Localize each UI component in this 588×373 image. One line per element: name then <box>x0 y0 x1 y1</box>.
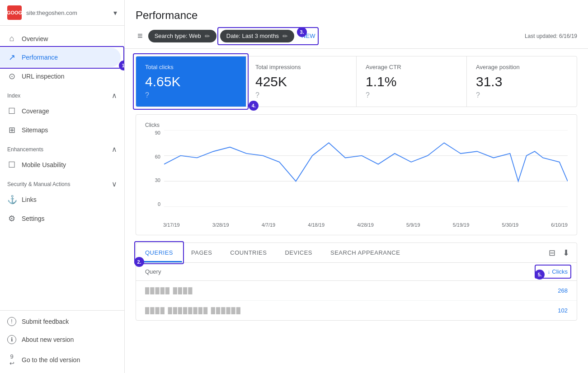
metric-help-ctr: ? <box>366 91 457 99</box>
performance-icon: ↗ <box>7 52 16 62</box>
metrics-row: Total clicks 4.65K ? Total impressions 4… <box>136 56 577 107</box>
logo-box: GOOG <box>7 5 22 20</box>
page-title: Performance <box>136 9 577 22</box>
logo-text: GOOG <box>7 10 22 15</box>
chart-svg <box>164 130 568 207</box>
main-content: Performance ≡ Search type: Web ✏ Date: L… <box>125 0 588 373</box>
x-label-1: 3/28/19 <box>212 222 229 228</box>
security-section: Security & Manual Actions ∨ <box>0 174 124 190</box>
home-icon: ⌂ <box>7 34 16 43</box>
x-label-7: 5/30/19 <box>502 222 518 228</box>
chart-y-label: Clicks <box>145 122 568 128</box>
main-header: Performance ≡ Search type: Web ✏ Date: L… <box>125 0 588 49</box>
sidebar-item-url-inspection[interactable]: ⊙ URL inspection <box>0 67 121 86</box>
sidebar-footer: ! Submit feedback ℹ About new version 9 … <box>0 310 124 373</box>
sidebar-item-coverage[interactable]: ☐ Coverage <box>0 102 121 121</box>
sidebar-item-settings[interactable]: ⚙ Settings <box>0 209 121 228</box>
x-label-6: 5/19/19 <box>453 222 470 228</box>
tab-pages[interactable]: PAGES <box>182 243 221 262</box>
date-chip[interactable]: Date: Last 3 months ✏ <box>220 30 294 42</box>
tab-devices-label: DEVICES <box>285 249 312 256</box>
download-icon[interactable]: ⬇ <box>561 246 571 260</box>
enhancements-section: Enhancements ∧ <box>0 140 124 155</box>
sidebar-item-links[interactable]: ⚓ Links <box>0 190 121 209</box>
metric-value-position: 31.3 <box>476 74 568 89</box>
toolbar: ≡ Search type: Web ✏ Date: Last 3 months… <box>136 29 577 48</box>
x-label-3: 4/18/19 <box>308 222 325 228</box>
metric-value-impressions: 425K <box>255 74 347 89</box>
x-label-5: 5/9/19 <box>406 222 420 228</box>
tab-queries[interactable]: QUERIES <box>136 243 182 262</box>
site-chevron-icon[interactable]: ▾ <box>113 9 117 17</box>
sidebar: GOOG site:thegoshen.com ▾ ⌂ Overview ↗ P… <box>0 0 125 373</box>
table-row[interactable]: █████ ████ 268 <box>136 281 577 301</box>
table-row[interactable]: ████ ████████ ██████ 102 <box>136 301 577 320</box>
table-header-clicks[interactable]: ↓ Clicks <box>547 268 568 275</box>
main-body: Total clicks 4.65K ? Total impressions 4… <box>125 49 588 373</box>
search-icon: ⊙ <box>7 71 16 81</box>
table-row-value-1: 102 <box>558 307 568 314</box>
sidebar-item-about[interactable]: ℹ About new version <box>0 331 124 349</box>
table-header-query: Query <box>145 268 547 275</box>
sidebar-label-old-version: Go to the old version <box>22 356 117 364</box>
new-button[interactable]: NEW <box>298 30 319 42</box>
tab-pages-label: PAGES <box>191 249 212 256</box>
x-label-0: 3/17/19 <box>163 222 180 228</box>
sidebar-label-mobile-usability: Mobile Usability <box>22 161 113 168</box>
sidebar-header[interactable]: GOOG site:thegoshen.com ▾ <box>0 0 124 26</box>
metric-help-clicks: ? <box>145 91 237 99</box>
sidebar-label-settings: Settings <box>22 215 113 222</box>
sidebar-item-overview[interactable]: ⌂ Overview <box>0 29 121 48</box>
chart-container: Clicks 90 60 30 0 <box>136 114 577 235</box>
sidebar-item-feedback[interactable]: ! Submit feedback <box>0 312 124 331</box>
sidebar-item-performance[interactable]: ↗ Performance 1. <box>0 48 121 67</box>
tab-countries[interactable]: COUNTRIES <box>221 243 276 262</box>
metric-total-impressions[interactable]: Total impressions 425K ? <box>246 56 357 107</box>
metric-total-clicks[interactable]: Total clicks 4.65K ? <box>136 56 246 107</box>
sidebar-label-feedback: Submit feedback <box>22 318 117 325</box>
y-label-90: 90 <box>155 130 160 135</box>
table-row-value-0: 268 <box>558 287 568 294</box>
sidebar-label-url-inspection: URL inspection <box>22 73 113 80</box>
metric-average-position[interactable]: Average position 31.3 ? <box>467 56 577 107</box>
metric-average-ctr[interactable]: Average CTR 1.1% ? <box>357 56 467 107</box>
sitemaps-icon: ⊞ <box>7 125 16 135</box>
filter-icon[interactable]: ≡ <box>136 29 145 43</box>
search-type-chip[interactable]: Search type: Web ✏ <box>148 30 216 42</box>
table-header: Query ↓ Clicks 5. <box>136 263 577 281</box>
info-icon: ℹ <box>7 335 16 344</box>
sidebar-label-sitemaps: Sitemaps <box>22 126 113 134</box>
sidebar-label-overview: Overview <box>22 35 113 42</box>
sidebar-item-sitemaps[interactable]: ⊞ Sitemaps <box>0 121 121 140</box>
tab-search-appearance[interactable]: SEARCH APPEARANCE <box>321 243 409 262</box>
index-section: Index ∧ <box>0 86 124 102</box>
x-label-2: 4/7/19 <box>262 222 276 228</box>
metric-help-impressions: ? <box>255 91 347 99</box>
filter-toolbar-icon[interactable]: ⊟ <box>547 246 557 260</box>
clicks-header-label: Clicks <box>552 268 568 275</box>
metric-value-ctr: 1.1% <box>366 74 457 89</box>
x-label-8: 6/10/19 <box>551 222 568 228</box>
y-label-0: 0 <box>158 201 160 207</box>
tab-search-appearance-label: SEARCH APPEARANCE <box>330 249 400 256</box>
security-chevron-icon[interactable]: ∨ <box>112 180 117 188</box>
date-edit-icon: ✏ <box>282 33 288 40</box>
mobile-icon: ☐ <box>7 160 16 170</box>
date-label: Date: Last 3 months <box>226 33 279 39</box>
tabs-toolbar: ⊟ ⬇ <box>541 243 577 262</box>
site-name: site:thegoshen.com <box>26 9 109 16</box>
metric-value-clicks: 4.65K <box>145 74 237 89</box>
sidebar-label-coverage: Coverage <box>22 107 113 115</box>
sidebar-label-links: Links <box>22 196 113 203</box>
enhancements-chevron-icon[interactable]: ∧ <box>112 145 117 154</box>
queries-tab-wrapper: QUERIES 2. <box>136 243 182 262</box>
tab-devices[interactable]: DEVICES <box>276 243 321 262</box>
settings-icon: ⚙ <box>7 214 16 224</box>
links-icon: ⚓ <box>7 195 16 205</box>
y-label-60: 60 <box>155 154 160 159</box>
index-chevron-icon[interactable]: ∧ <box>112 91 117 100</box>
sidebar-item-mobile-usability[interactable]: ☐ Mobile Usability <box>0 155 121 174</box>
date-chip-wrapper: Date: Last 3 months ✏ 3. <box>220 30 294 42</box>
sidebar-item-old-version[interactable]: 9 ↩ Go to the old version <box>0 349 124 371</box>
coverage-icon: ☐ <box>7 106 16 116</box>
